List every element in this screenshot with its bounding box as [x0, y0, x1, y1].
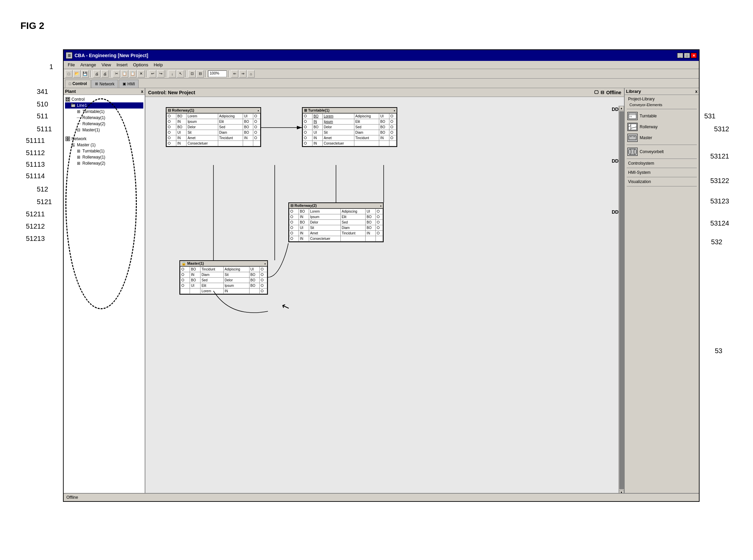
svg-rect-1 — [66, 98, 67, 99]
port-left[interactable] — [181, 273, 184, 276]
master1-min[interactable]: ▪ — [265, 262, 266, 266]
svg-rect-6 — [71, 103, 73, 104]
port-left[interactable] — [304, 120, 307, 123]
port-right[interactable] — [254, 120, 257, 123]
zoom-input[interactable]: 100% — [208, 70, 227, 77]
vertical-scrollbar[interactable]: ▲ ▼ — [619, 106, 624, 495]
port-left[interactable] — [290, 221, 293, 224]
port-right[interactable] — [261, 290, 263, 292]
plant-panel-close[interactable]: x — [141, 89, 143, 94]
pointer-btn[interactable]: ↖ — [177, 70, 184, 78]
lib-turntable[interactable]: TT Turntable — [627, 111, 697, 121]
tab-control[interactable]: □ Control — [65, 80, 91, 88]
port-left[interactable] — [304, 142, 307, 145]
port-right[interactable] — [377, 232, 380, 234]
master1-box[interactable]: 🔒 Master(1) ▪ BOTinciduntAdipiscingUI IN… — [179, 260, 268, 295]
print2-btn[interactable]: 🖨 — [101, 70, 109, 78]
snap-btn[interactable]: ⊡ — [188, 70, 196, 78]
nav-left-btn[interactable]: ⇐ — [231, 70, 238, 78]
copy-btn[interactable]: 📋 — [121, 70, 128, 78]
port-left[interactable] — [181, 284, 184, 287]
port-left[interactable] — [181, 268, 184, 270]
menu-insert[interactable]: Insert — [114, 62, 130, 68]
hmi-system-label[interactable]: HMI-System — [627, 169, 697, 176]
turntable-lib-label: Turntable — [640, 114, 657, 118]
library-panel-close[interactable]: x — [695, 89, 698, 94]
cut-btn[interactable]: ✂ — [113, 70, 120, 78]
port-right[interactable] — [377, 215, 380, 218]
lib-rollerway[interactable]: Rollerway — [627, 121, 697, 132]
connect-btn[interactable]: ⊟ — [196, 70, 204, 78]
menu-file[interactable]: File — [65, 62, 78, 68]
nav-home-btn[interactable]: ⌂ — [247, 70, 255, 78]
port-right[interactable] — [377, 226, 380, 229]
turntable1-min[interactable]: ▪ — [394, 109, 395, 113]
nav-right-btn[interactable]: ⇒ — [239, 70, 246, 78]
port-left[interactable] — [304, 115, 307, 117]
controlsystem-label[interactable]: Controlsystem — [627, 160, 697, 166]
port-left[interactable] — [168, 120, 171, 123]
turntable1-box[interactable]: ⊞ Turntable(1) ▪ BOLoremAdipiscingUI INI… — [302, 107, 397, 147]
tab-network[interactable]: ⊞ Network — [91, 80, 118, 88]
table-row: INAmetTinciduntIN — [167, 135, 260, 141]
port-left[interactable] — [168, 142, 171, 145]
port-right[interactable] — [261, 284, 263, 287]
close-button[interactable]: ✕ — [691, 53, 697, 58]
port-left[interactable] — [290, 210, 293, 213]
port-left[interactable] — [168, 115, 171, 117]
port-right[interactable] — [254, 136, 257, 139]
save-btn[interactable]: 💾 — [81, 70, 89, 78]
redo-btn[interactable]: ↪ — [157, 70, 164, 78]
port-left[interactable] — [290, 215, 293, 218]
port-right[interactable] — [254, 126, 257, 128]
table-row: INConsectetuer — [303, 141, 397, 146]
port-left[interactable] — [290, 232, 293, 234]
port-left[interactable] — [168, 136, 171, 139]
undo-btn[interactable]: ↩ — [149, 70, 156, 78]
menu-arrange[interactable]: Arrange — [78, 62, 99, 68]
new-btn[interactable]: □ — [65, 70, 73, 78]
tab-hmi[interactable]: ▣ HMI — [119, 80, 139, 88]
menu-options[interactable]: Options — [130, 62, 151, 68]
open-btn[interactable]: 📂 — [73, 70, 81, 78]
menu-view[interactable]: View — [99, 62, 114, 68]
port-right[interactable] — [377, 221, 380, 224]
port-right[interactable] — [377, 210, 380, 213]
ref-5312: 5312 — [714, 125, 730, 133]
rollerway1-box[interactable]: ⊟ Rollerway(1) ▪ BOLoremAdipiscingUI INI… — [166, 107, 261, 147]
lib-master[interactable]: Master — [627, 132, 697, 143]
minimize-button[interactable]: _ — [677, 53, 683, 58]
port-left[interactable] — [304, 126, 307, 128]
ref-5121: 5121 — [37, 198, 52, 206]
port-right[interactable] — [390, 136, 393, 139]
port-right[interactable] — [261, 279, 263, 281]
ref-341: 341 — [37, 88, 48, 96]
down-btn[interactable]: ↓ — [169, 70, 176, 78]
port-left[interactable] — [290, 237, 293, 240]
delete-btn[interactable]: ✕ — [137, 70, 145, 78]
port-left[interactable] — [168, 126, 171, 128]
print-btn[interactable]: 🖨 — [93, 70, 100, 78]
network-tab-label: Network — [99, 82, 114, 86]
port-right[interactable] — [254, 115, 257, 117]
rollerway2-box[interactable]: ⊟ Rollerway(2) ▪ BOLoremAdipiscingUI INI… — [288, 202, 384, 242]
rollerway1-min[interactable]: ▪ — [258, 109, 259, 113]
port-left[interactable] — [168, 131, 171, 134]
port-right[interactable] — [261, 268, 263, 270]
maximize-button[interactable]: □ — [684, 53, 690, 58]
menu-help[interactable]: Help — [151, 62, 165, 68]
port-right[interactable] — [390, 120, 393, 123]
lib-conveyorbelt[interactable]: Conveyorbelt — [627, 146, 697, 157]
paste-btn[interactable]: 📋 — [129, 70, 137, 78]
port-right[interactable] — [261, 273, 263, 276]
port-right[interactable] — [390, 115, 393, 117]
port-left[interactable] — [181, 279, 184, 281]
rollerway2-min[interactable]: ▪ — [380, 204, 382, 208]
port-left[interactable] — [304, 131, 307, 134]
port-right[interactable] — [390, 131, 393, 134]
port-right[interactable] — [390, 126, 393, 128]
port-right[interactable] — [254, 131, 257, 134]
port-left[interactable] — [304, 136, 307, 139]
visualization-label[interactable]: Visualization — [627, 179, 697, 185]
port-left[interactable] — [290, 226, 293, 229]
